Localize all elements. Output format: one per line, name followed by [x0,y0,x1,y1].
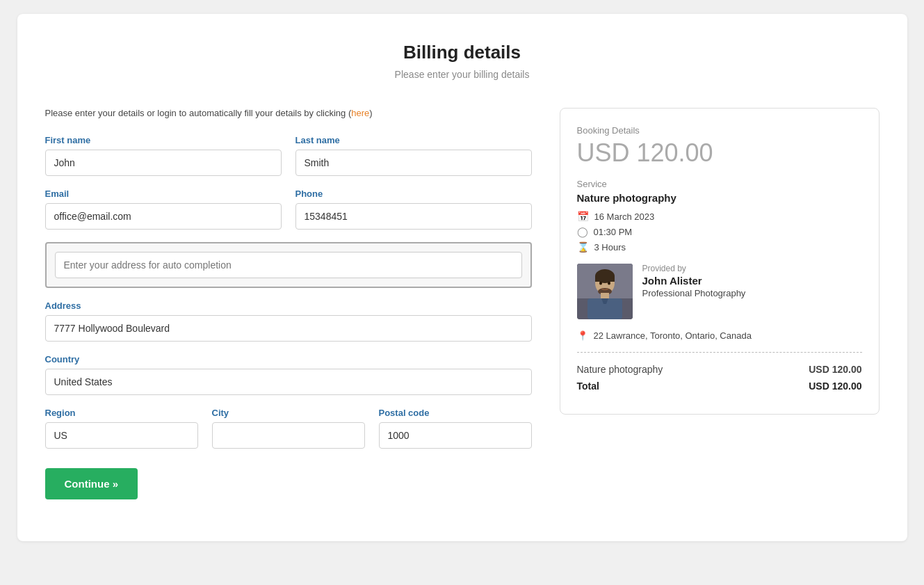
last-name-group: Last name [295,135,532,176]
address-input[interactable] [45,315,532,342]
booking-duration: ⌛ 3 Hours [577,241,862,253]
city-input[interactable] [212,422,365,449]
hourglass-icon: ⌛ [577,241,589,253]
phone-input[interactable] [295,203,532,230]
provider-company: Professional Photography [642,288,746,298]
email-group: Email [45,189,282,230]
country-group: Country [45,354,532,395]
page-title: Billing details [45,42,880,63]
total-amount: USD 120.00 [809,380,861,392]
page-subtitle: Please enter your billing details [45,69,880,80]
email-label: Email [45,189,282,199]
region-label: Region [45,408,198,418]
booking-date: 📅 16 March 2023 [577,211,862,222]
booking-label: Booking Details [577,125,862,136]
line-item-label: Nature photography [577,364,663,375]
provided-by-label: Provided by [642,264,746,273]
continue-button[interactable]: Continue » [45,468,138,499]
service-label: Service [577,179,862,189]
login-link[interactable]: here [351,108,369,118]
city-group: City [212,408,365,449]
autocomplete-input[interactable] [55,252,522,278]
booking-time-value: 01:30 PM [594,227,633,237]
first-name-group: First name [45,135,282,176]
location-icon: 📍 [577,330,588,341]
region-group: Region [45,408,198,449]
form-section: Please enter your details or login to au… [45,108,532,499]
location-value: 22 Lawrance, Toronto, Ontario, Canada [594,330,752,341]
address-label: Address [45,300,532,311]
svg-rect-6 [601,293,609,298]
provider-name: John Alister [642,275,746,287]
provider-info: Provided by John Alister Professional Ph… [642,264,746,298]
phone-group: Phone [295,189,532,230]
country-input[interactable] [45,369,532,395]
line-item-row: Nature photography USD 120.00 [577,364,862,375]
booking-card: Booking Details USD 120.00 Service Natur… [560,108,880,415]
booking-price: USD 120.00 [577,138,862,168]
city-label: City [212,408,365,418]
location-row: 📍 22 Lawrance, Toronto, Ontario, Canada [577,330,862,341]
booking-date-value: 16 March 2023 [594,211,655,222]
autocomplete-box [45,242,532,288]
postal-group: Postal code [379,408,532,449]
last-name-input[interactable] [295,150,532,176]
service-name: Nature photography [577,192,862,204]
page-container: Billing details Please enter your billin… [17,14,907,541]
postal-label: Postal code [379,408,532,418]
region-input[interactable] [45,422,198,449]
country-label: Country [45,354,532,364]
main-content: Please enter your details or login to au… [45,108,880,499]
booking-time: ◯ 01:30 PM [577,226,862,237]
line-item-amount: USD 120.00 [809,364,861,375]
svg-rect-4 [595,276,615,282]
svg-point-10 [608,282,610,285]
location-detail-row: Region City Postal code [45,408,532,449]
login-hint: Please enter your details or login to au… [45,108,532,118]
phone-label: Phone [295,189,532,199]
calendar-icon: 📅 [577,211,589,222]
total-label: Total [577,380,599,392]
name-row: First name Last name [45,135,532,176]
address-group: Address [45,300,532,342]
first-name-input[interactable] [45,150,282,176]
total-row: Total USD 120.00 [577,380,862,392]
provider-section: Provided by John Alister Professional Ph… [577,264,862,319]
provider-photo [577,264,633,319]
booking-duration-value: 3 Hours [594,242,626,253]
clock-icon: ◯ [577,226,588,237]
first-name-label: First name [45,135,282,145]
svg-point-9 [599,282,602,285]
postal-input[interactable] [379,422,532,449]
divider [577,352,862,353]
contact-row: Email Phone [45,189,532,230]
page-header: Billing details Please enter your billin… [45,42,880,80]
email-input[interactable] [45,203,282,230]
last-name-label: Last name [295,135,532,145]
